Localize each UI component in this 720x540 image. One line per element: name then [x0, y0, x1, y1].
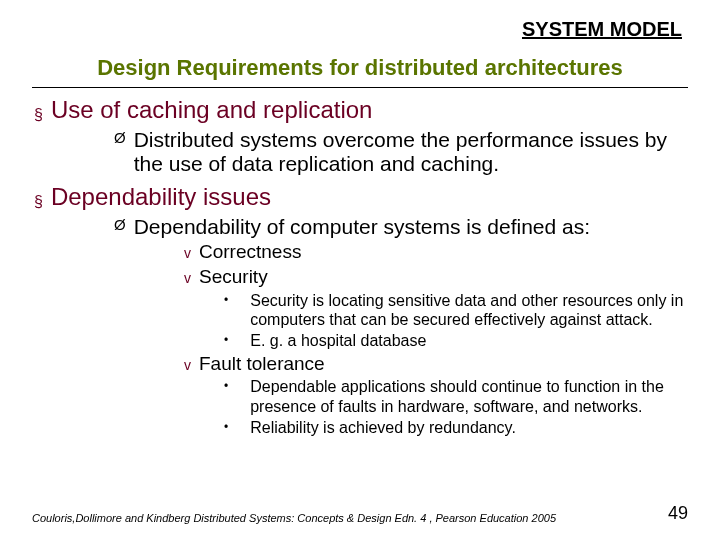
diamond-bullet-icon: v: [184, 269, 191, 287]
section-heading: § Use of caching and replication: [34, 96, 688, 124]
dot-point: • E. g. a hospital database: [224, 331, 688, 350]
citation: Couloris,Dollimore and Kindberg Distribu…: [32, 512, 556, 524]
diamond-bullet-icon: v: [184, 244, 191, 262]
dot-point: • Security is locating sensitive data an…: [224, 291, 688, 329]
slide-title: Design Requirements for distributed arch…: [32, 55, 688, 81]
sub-point: Ø Dependability of computer systems is d…: [114, 215, 688, 240]
section-heading-text: Use of caching and replication: [51, 96, 373, 124]
dot-bullet-icon: •: [224, 291, 228, 309]
header-label: SYSTEM MODEL: [32, 18, 682, 41]
diamond-point: v Fault tolerance: [184, 353, 688, 376]
section-heading-text: Dependability issues: [51, 183, 271, 211]
square-bullet-icon: §: [34, 194, 43, 210]
diamond-point: v Security: [184, 266, 688, 289]
diamond-point-text: Fault tolerance: [199, 353, 325, 376]
diamond-bullet-icon: v: [184, 356, 191, 374]
title-rule: [32, 87, 688, 88]
sub-point-text: Distributed systems overcome the perform…: [134, 128, 688, 178]
slide: SYSTEM MODEL Design Requirements for dis…: [0, 0, 720, 540]
footer: Couloris,Dollimore and Kindberg Distribu…: [0, 503, 720, 524]
dot-point-text: Security is locating sensitive data and …: [250, 291, 688, 329]
sub-point: Ø Distributed systems overcome the perfo…: [114, 128, 688, 178]
dot-point-text: Reliability is achieved by redundancy.: [250, 418, 516, 437]
dot-point: • Reliability is achieved by redundancy.: [224, 418, 688, 437]
dot-bullet-icon: •: [224, 331, 228, 349]
diamond-point-text: Correctness: [199, 241, 301, 264]
square-bullet-icon: §: [34, 107, 43, 123]
dot-point-text: Dependable applications should continue …: [250, 377, 688, 415]
dot-bullet-icon: •: [224, 418, 228, 436]
dot-bullet-icon: •: [224, 377, 228, 395]
diamond-point: v Correctness: [184, 241, 688, 264]
diamond-point-text: Security: [199, 266, 268, 289]
sub-point-text: Dependability of computer systems is def…: [134, 215, 590, 240]
page-number: 49: [668, 503, 688, 524]
section-heading: § Dependability issues: [34, 183, 688, 211]
triangle-bullet-icon: Ø: [114, 128, 126, 148]
dot-point-text: E. g. a hospital database: [250, 331, 426, 350]
triangle-bullet-icon: Ø: [114, 215, 126, 235]
dot-point: • Dependable applications should continu…: [224, 377, 688, 415]
